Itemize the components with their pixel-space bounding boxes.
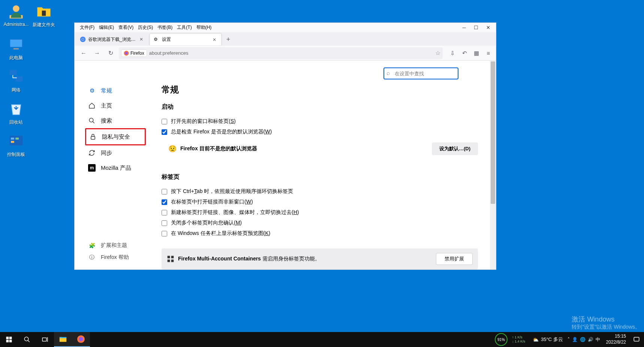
network-speed[interactable]: ↑ 1 K/s ↓ 1.4 K/s xyxy=(509,335,528,344)
menu-file[interactable]: 文件(F) xyxy=(78,24,97,31)
desktop-icon-admin[interactable]: Administra... xyxy=(2,2,30,27)
start-button[interactable] xyxy=(0,332,18,347)
search-button[interactable] xyxy=(18,332,36,347)
containers-icon xyxy=(167,255,174,263)
svg-rect-28 xyxy=(42,338,46,341)
apps-icon[interactable]: ▦ xyxy=(473,50,480,57)
sidebar-item-mozilla[interactable]: m Mozilla 产品 xyxy=(85,160,146,175)
save-pocket-icon[interactable]: ⇩ xyxy=(449,50,456,57)
svg-rect-9 xyxy=(11,138,14,139)
close-icon[interactable]: ✕ xyxy=(138,37,144,42)
task-view-button[interactable] xyxy=(36,332,54,347)
check-default-checkbox[interactable] xyxy=(162,129,167,135)
desktop-icon-network[interactable]: 网络 xyxy=(2,67,30,93)
undo-tab-icon[interactable]: ↶ xyxy=(461,50,468,57)
switch-checkbox[interactable] xyxy=(162,210,167,215)
tray-chevron-icon[interactable]: ˄ xyxy=(568,337,570,342)
gear-icon: ⚙ xyxy=(154,37,160,43)
disable-extension-button[interactable]: 禁用扩展 xyxy=(436,253,473,265)
chrome-icon xyxy=(80,36,86,42)
svg-rect-29 xyxy=(60,337,66,338)
sad-face-icon: 😟 xyxy=(168,145,177,153)
option-switch-immediately[interactable]: 新建标签页打开链接、图像、媒体时，立即切换过去(H) xyxy=(162,207,478,218)
hamburger-menu-icon[interactable]: ≡ xyxy=(485,50,492,57)
sidebar-item-search[interactable]: 搜索 xyxy=(85,113,146,128)
settings-search xyxy=(383,67,458,79)
option-ctrl-tab[interactable]: 按下 Ctrl+Tab 时，依照最近使用顺序循环切换标签页 xyxy=(162,186,478,197)
settings-search-input[interactable] xyxy=(383,67,458,79)
tab-title: 谷歌浏览器下载_浏览器官网入口 xyxy=(88,36,136,43)
tray-ime[interactable]: 中 xyxy=(596,337,600,343)
taskbar-preview-checkbox[interactable] xyxy=(162,231,167,236)
default-status-text: Firefox 目前不是您的默认浏览器 xyxy=(180,145,428,152)
svg-rect-26 xyxy=(9,340,12,343)
close-icon[interactable]: ✕ xyxy=(211,37,217,42)
menu-view[interactable]: 查看(V) xyxy=(116,24,136,31)
reload-button[interactable]: ↻ xyxy=(105,48,116,58)
scrollbar[interactable] xyxy=(490,61,496,269)
back-button[interactable]: ← xyxy=(78,48,89,58)
battery-indicator[interactable]: 91% xyxy=(495,333,508,346)
desktop-icon-control[interactable]: 控制面板 xyxy=(2,132,30,158)
ctrl-tab-checkbox[interactable] xyxy=(162,189,167,194)
warn-close-checkbox[interactable] xyxy=(162,220,167,226)
sidebar-item-label: 主页 xyxy=(101,102,112,109)
tray-volume-icon[interactable]: 🔊 xyxy=(588,337,593,342)
svg-rect-22 xyxy=(171,260,174,262)
settings-content: ⚙ 常规 主页 搜索 隐私与安全 同步 xyxy=(75,61,496,269)
settings-sidebar: ⚙ 常规 主页 搜索 隐私与安全 同步 xyxy=(75,61,150,269)
menu-history[interactable]: 历史(S) xyxy=(136,24,155,31)
option-taskbar-preview[interactable]: 在 Windows 任务栏上显示标签页预览图(K) xyxy=(162,228,478,239)
default-browser-row: 😟 Firefox 目前不是您的默认浏览器 设为默认…(D) xyxy=(162,137,478,158)
menu-tools[interactable]: 工具(T) xyxy=(175,24,194,31)
sidebar-item-label: 搜索 xyxy=(101,117,112,124)
menu-edit[interactable]: 编辑(E) xyxy=(97,24,116,31)
option-check-default[interactable]: 总是检查 Firefox 是否是您的默认浏览器(W) xyxy=(162,127,478,137)
svg-rect-4 xyxy=(10,40,22,47)
desktop-icon-recycle[interactable]: 回收站 xyxy=(2,100,30,126)
open-tabs-checkbox[interactable] xyxy=(162,199,167,205)
maximize-button[interactable]: ☐ xyxy=(473,25,479,30)
svg-point-31 xyxy=(79,337,83,341)
option-open-in-tabs[interactable]: 在标签页中打开链接而非新窗口(W) xyxy=(162,197,478,207)
svg-point-1 xyxy=(13,5,19,12)
restore-checkbox[interactable] xyxy=(162,119,167,124)
sidebar-item-sync[interactable]: 同步 xyxy=(85,145,146,160)
sidebar-item-label: 同步 xyxy=(101,150,112,157)
scrollbar-thumb[interactable] xyxy=(491,61,495,204)
desktop-icon-folder[interactable]: 新建文件夹 xyxy=(30,2,58,28)
clock[interactable]: 15:15 2022/8/22 xyxy=(603,334,629,345)
close-button[interactable]: ✕ xyxy=(485,25,491,30)
new-tab-button[interactable]: + xyxy=(223,34,234,45)
minimize-button[interactable]: ─ xyxy=(461,25,467,30)
svg-rect-5 xyxy=(13,48,19,50)
notifications-button[interactable] xyxy=(629,332,644,347)
tray-people-icon[interactable]: 👤 xyxy=(572,337,578,342)
sidebar-item-home[interactable]: 主页 xyxy=(85,98,146,113)
tray-network-icon[interactable]: 🌐 xyxy=(580,337,586,342)
url-bar[interactable]: Firefox about:preferences ☆ xyxy=(119,47,443,59)
bookmark-star-icon[interactable]: ☆ xyxy=(435,49,440,57)
taskbar-explorer[interactable] xyxy=(54,332,72,347)
tab-chrome-download[interactable]: 谷歌浏览器下载_浏览器官网入口 ✕ xyxy=(76,33,148,45)
sidebar-item-help[interactable]: ⓘ Firefox 帮助 xyxy=(85,251,146,263)
sidebar-item-privacy[interactable]: 隐私与安全 xyxy=(85,128,146,145)
desktop-icon-label: Administra... xyxy=(2,22,30,27)
taskbar-firefox[interactable] xyxy=(72,332,90,347)
forward-button[interactable]: → xyxy=(92,48,102,58)
set-default-button[interactable]: 设为默认…(D) xyxy=(432,142,478,155)
sidebar-item-general[interactable]: ⚙ 常规 xyxy=(85,83,146,98)
desktop-icon-label: 控制面板 xyxy=(2,151,30,158)
desktop-icon-pc[interactable]: 此电脑 xyxy=(2,35,30,61)
option-warn-close-multiple[interactable]: 关闭多个标签页时向您确认(M) xyxy=(162,218,478,228)
puzzle-icon: 🧩 xyxy=(88,242,96,249)
gear-icon: ⚙ xyxy=(88,87,96,94)
sidebar-item-extensions[interactable]: 🧩 扩展和主题 xyxy=(85,239,146,251)
svg-rect-21 xyxy=(168,260,170,262)
menu-help[interactable]: 帮助(H) xyxy=(194,24,214,31)
menu-bookmarks[interactable]: 书签(B) xyxy=(155,24,175,31)
weather-widget[interactable]: ⛅ 35°C 多云 xyxy=(528,336,568,343)
option-restore-session[interactable]: 打开先前的窗口和标签页(S) xyxy=(162,116,478,127)
tab-settings[interactable]: ⚙ 设置 ✕ xyxy=(150,33,222,45)
weather-icon: ⛅ xyxy=(533,337,539,343)
